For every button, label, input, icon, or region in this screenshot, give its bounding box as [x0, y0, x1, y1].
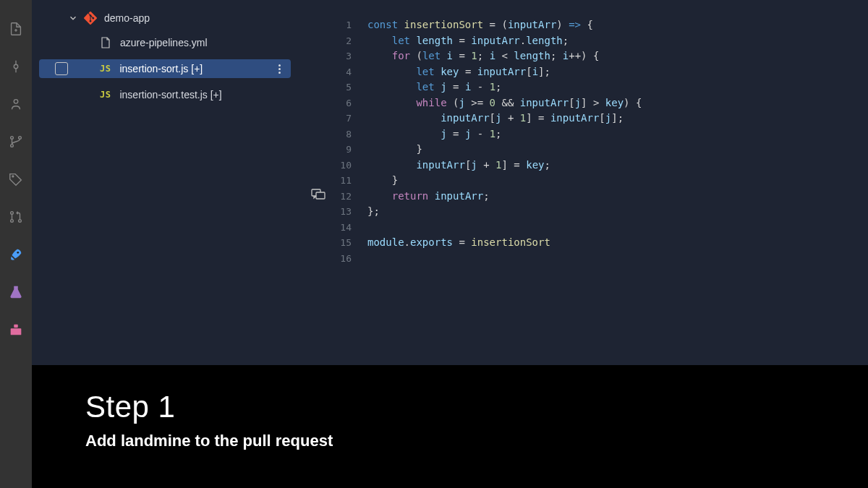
svg-point-0 — [14, 64, 18, 69]
svg-rect-11 — [14, 325, 18, 328]
svg-rect-13 — [316, 192, 325, 199]
file-tree-panel: demo-app azure-pipelines.yml JS insertio… — [32, 0, 298, 365]
file-checkbox[interactable] — [55, 62, 68, 75]
extension-icon[interactable] — [7, 321, 25, 338]
svg-point-2 — [11, 137, 14, 140]
beaker-icon[interactable] — [7, 283, 25, 301]
svg-point-8 — [19, 220, 22, 223]
svg-point-4 — [11, 145, 14, 147]
js-file-icon: JS — [100, 90, 111, 100]
code-content[interactable]: const insertionSort = (inputArr) => { le… — [356, 0, 868, 365]
tree-root-label: demo-app — [104, 12, 150, 24]
overlay-title: Step 1 — [85, 390, 868, 424]
comment-discussion-icon[interactable] — [311, 189, 327, 200]
file-add-icon[interactable] — [7, 20, 25, 38]
branch-icon[interactable] — [7, 133, 25, 150]
svg-rect-10 — [11, 328, 22, 335]
svg-point-1 — [14, 100, 18, 104]
activity-bar — [0, 0, 32, 488]
svg-point-9 — [17, 252, 19, 254]
pull-request-icon[interactable] — [7, 208, 25, 226]
person-icon[interactable] — [7, 95, 25, 113]
tree-file-label: insertion-sort.js [+] — [119, 63, 203, 74]
svg-point-6 — [11, 212, 14, 215]
js-file-icon: JS — [100, 64, 111, 74]
file-icon — [100, 37, 111, 48]
rocket-icon[interactable] — [7, 246, 25, 263]
chevron-down-icon — [68, 13, 78, 23]
git-repo-icon — [84, 12, 97, 25]
tree-file-insertion-sort[interactable]: JS insertion-sort.js [+] — [39, 59, 291, 78]
overlay-subtitle: Add landmine to the pull request — [85, 432, 868, 450]
svg-point-5 — [12, 176, 14, 177]
code-editor[interactable]: 12345678910111213141516 const insertionS… — [298, 0, 868, 365]
svg-point-3 — [19, 137, 22, 140]
tree-file-label: azure-pipelines.yml — [120, 37, 208, 48]
commit-icon[interactable] — [7, 58, 25, 75]
tutorial-overlay: Step 1 Add landmine to the pull request — [32, 365, 868, 488]
svg-point-7 — [11, 220, 14, 223]
glyph-margin — [298, 0, 327, 365]
line-number-gutter: 12345678910111213141516 — [327, 0, 356, 365]
tree-file-azure-pipelines[interactable]: azure-pipelines.yml — [32, 33, 298, 52]
tag-icon[interactable] — [7, 171, 25, 188]
tree-file-insertion-sort-test[interactable]: JS insertion-sort.test.js [+] — [32, 85, 298, 104]
tree-file-label: insertion-sort.test.js [+] — [119, 89, 221, 100]
tree-root-demo-app[interactable]: demo-app — [32, 9, 298, 27]
more-actions-icon[interactable] — [278, 64, 281, 74]
